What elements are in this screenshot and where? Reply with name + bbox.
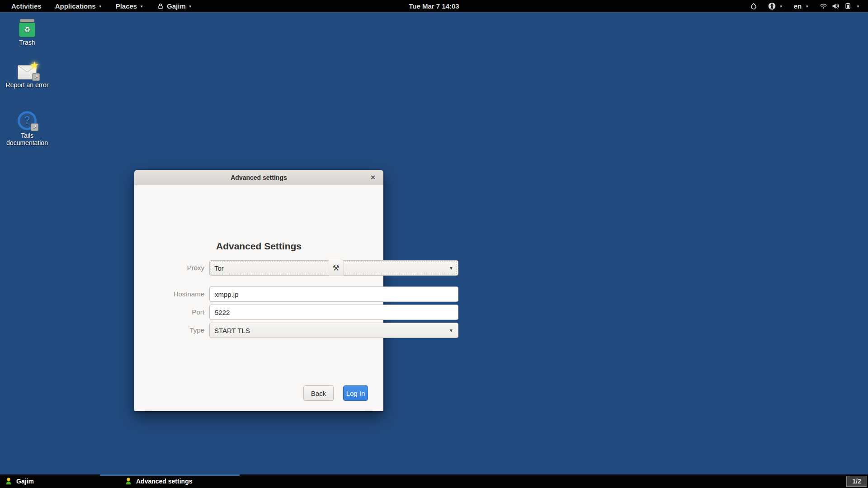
tor-onion-icon xyxy=(750,3,757,10)
keyboard-layout-menu[interactable]: en ▼ xyxy=(788,0,814,12)
question-glyph: ? xyxy=(24,115,30,127)
report-error-icon: ★ ↗ xyxy=(18,59,37,80)
taskbar-item-label: Advanced settings xyxy=(136,478,192,485)
back-button-label: Back xyxy=(311,389,326,397)
places-menu[interactable]: Places ▼ xyxy=(109,0,150,12)
taskbar-item-advanced-settings[interactable]: Advanced settings xyxy=(124,474,192,488)
tor-status[interactable] xyxy=(745,0,763,12)
dialog-title: Advanced settings xyxy=(231,174,287,181)
taskbar-item-gajim[interactable]: Gajim xyxy=(5,474,34,488)
activities-button[interactable]: Activities xyxy=(5,0,48,12)
port-label: Port xyxy=(134,305,204,320)
desktop-icon-label: Report an error xyxy=(6,82,49,89)
recycle-icon: ♻ xyxy=(24,26,30,34)
accessibility-icon xyxy=(768,2,776,10)
desktop-icon-label: Tails documentation xyxy=(0,132,54,146)
accessibility-menu[interactable]: ▼ xyxy=(763,0,788,12)
question-mark-icon: ? ↗ xyxy=(18,111,37,130)
trash-body: ♻ xyxy=(19,23,35,37)
clock[interactable]: Tue Mar 7 14:03 xyxy=(403,0,464,12)
shortcut-arrow-icon: ↗ xyxy=(32,73,40,81)
trash-icon: ♻ xyxy=(19,16,35,37)
close-icon[interactable]: × xyxy=(367,170,379,185)
keyboard-layout-label: en xyxy=(794,2,802,10)
proxy-value: Tor xyxy=(214,264,224,272)
workspace-indicator[interactable]: 1/2 xyxy=(846,476,867,487)
star-icon: ★ xyxy=(30,60,39,71)
chevron-down-icon: ▼ xyxy=(189,5,192,9)
desktop-icon-tails-documentation[interactable]: ? ↗ Tails documentation xyxy=(0,107,54,146)
taskbar-item-label: Gajim xyxy=(16,478,34,485)
proxy-row: Proxy Tor ▼ xyxy=(134,260,383,276)
chevron-down-icon: ▼ xyxy=(856,5,860,9)
applications-menu[interactable]: Applications ▼ xyxy=(48,0,109,12)
dialog-body: Advanced Settings Proxy Tor ▼ ⚒ Hostname… xyxy=(134,185,383,411)
dialog-titlebar[interactable]: Advanced settings × xyxy=(134,170,383,185)
workspace-indicator-label: 1/2 xyxy=(852,478,861,485)
chevron-down-icon: ▼ xyxy=(449,328,453,333)
gajim-window-icon xyxy=(5,477,13,485)
top-bar-menus: Activities Applications ▼ Places ▼ Gajim… xyxy=(0,0,199,12)
gajim-app-icon xyxy=(157,3,164,10)
app-menu-gajim[interactable]: Gajim ▼ xyxy=(150,0,199,12)
hostname-label: Hostname xyxy=(134,286,204,302)
tails-documentation-icon: ? ↗ xyxy=(18,107,37,130)
chevron-down-icon: ▼ xyxy=(140,5,143,9)
chevron-down-icon: ▼ xyxy=(805,5,809,9)
taskbar: Gajim Advanced settings 1/2 xyxy=(0,474,868,488)
wifi-icon xyxy=(820,3,827,9)
system-status-menu[interactable]: ▼ xyxy=(814,0,865,12)
advanced-settings-dialog: Advanced settings × Advanced Settings Pr… xyxy=(134,170,383,411)
clock-text: Tue Mar 7 14:03 xyxy=(409,2,459,10)
proxy-label: Proxy xyxy=(134,260,204,276)
hostname-row: Hostname xyxy=(134,286,383,302)
port-row: Port xyxy=(134,305,383,320)
envelope-icon: ★ ↗ xyxy=(18,65,37,80)
login-button-label: Log In xyxy=(346,389,365,397)
desktop-icon-label: Trash xyxy=(19,39,35,47)
app-menu-label: Gajim xyxy=(167,2,186,10)
desktop-icon-trash[interactable]: ♻ Trash xyxy=(0,16,54,47)
back-button[interactable]: Back xyxy=(303,385,334,401)
login-button[interactable]: Log In xyxy=(343,385,368,401)
chevron-down-icon: ▼ xyxy=(99,5,102,9)
system-tray: ▼ en ▼ xyxy=(745,0,865,12)
applications-label: Applications xyxy=(55,2,96,10)
shortcut-arrow-icon: ↗ xyxy=(31,123,38,131)
hostname-field[interactable] xyxy=(209,286,458,302)
chevron-down-icon: ▼ xyxy=(779,5,783,9)
tools-icon: ⚒ xyxy=(332,263,339,273)
trash-lid xyxy=(20,19,34,22)
top-bar: Activities Applications ▼ Places ▼ Gajim… xyxy=(0,0,868,12)
type-label: Type xyxy=(134,323,204,338)
battery-icon xyxy=(844,3,852,9)
type-dropdown[interactable]: START TLS ▼ xyxy=(209,323,458,338)
proxy-settings-button[interactable]: ⚒ xyxy=(328,260,344,276)
gajim-window-icon xyxy=(124,477,132,485)
type-value: START TLS xyxy=(214,327,250,334)
desktop-icon-report-error[interactable]: ★ ↗ Report an error xyxy=(0,59,54,89)
port-field[interactable] xyxy=(209,305,458,320)
page-title: Advanced Settings xyxy=(134,241,383,252)
volume-icon xyxy=(832,3,840,9)
activities-label: Activities xyxy=(11,2,42,10)
type-row: Type START TLS ▼ xyxy=(134,323,383,338)
places-label: Places xyxy=(116,2,137,10)
chevron-down-icon: ▼ xyxy=(449,266,453,271)
